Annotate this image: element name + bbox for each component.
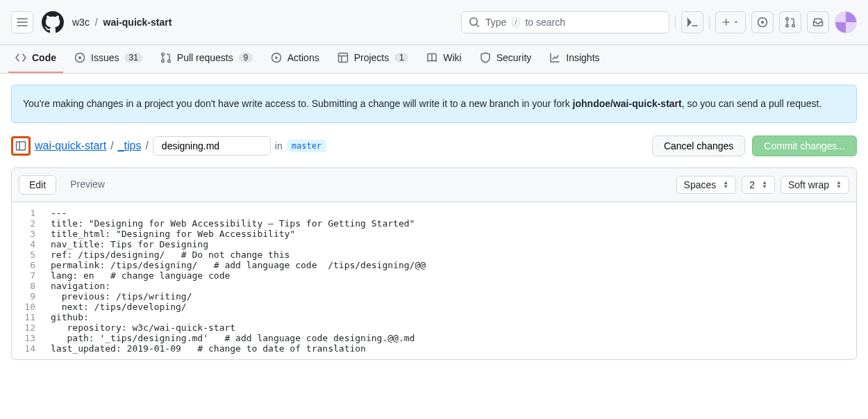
line-number: 12 [12,322,51,333]
user-avatar[interactable] [835,11,857,33]
line-text: navigation: [51,281,110,291]
code-line[interactable]: 12 repository: w3c/wai-quick-start [12,322,856,333]
tab-code[interactable]: Code [8,45,63,73]
line-number: 6 [12,260,51,270]
indent-value: Spaces [684,179,717,190]
notifications-button[interactable] [807,11,829,33]
svg-point-6 [78,56,81,59]
indent-size-value: 2 [749,179,755,190]
tab-insights[interactable]: Insights [542,45,606,73]
code-line[interactable]: 4nav_title: Tips for Designing [12,239,856,249]
line-number: 14 [12,343,51,354]
line-text: previous: /tips/writing/ [51,291,192,302]
pr-icon [785,17,796,28]
wrap-value: Soft wrap [788,179,829,190]
github-logo-icon [42,11,64,33]
alert-after: , so you can send a pull request. [682,98,822,109]
search-box[interactable]: Type / to search [461,11,669,33]
line-text: next: /tips/developing/ [51,302,187,312]
code-editor[interactable]: 1---2title: "Designing for Web Accessibi… [12,202,856,359]
tab-security[interactable]: Security [473,45,539,73]
code-line[interactable]: 2title: "Designing for Web Accessibility… [12,218,856,229]
code-line[interactable]: 6permalink: /tips/designing/ # add langu… [12,260,856,270]
issue-icon [757,17,768,28]
line-text: title: "Designing for Web Accessibility … [51,218,415,229]
line-number: 2 [12,218,51,229]
github-logo[interactable] [42,11,64,33]
code-line[interactable]: 5ref: /tips/designing/ # Do not change t… [12,249,856,260]
code-line[interactable]: 14last_updated: 2019-01-09 # change to d… [12,343,856,354]
code-line[interactable]: 11github: [12,312,856,322]
commit-button[interactable]: Commit changes... [752,135,857,156]
caret-down-icon [733,19,740,26]
prs-count: 9 [239,53,253,63]
line-number: 9 [12,291,51,302]
line-number: 11 [12,312,51,322]
tab-preview[interactable]: Preview [60,175,115,195]
play-icon [271,52,282,63]
path-folder-link[interactable]: _tips [118,140,142,152]
line-number: 5 [12,249,51,260]
code-line[interactable]: 7lang: en # change language code [12,270,856,281]
code-line[interactable]: 10 next: /tips/developing/ [12,302,856,312]
hamburger-icon [17,17,28,28]
breadcrumb: w3c / wai-quick-start [72,17,172,28]
tab-edit[interactable]: Edit [19,175,56,195]
updown-icon: ▲▼ [723,181,728,189]
plus-icon [721,17,731,27]
line-number: 10 [12,302,51,312]
cancel-button[interactable]: Cancel changes [652,135,745,156]
book-icon [426,52,437,63]
line-text: --- [51,208,67,218]
code-line[interactable]: 13 path: '_tips/designing.md' # add lang… [12,333,856,343]
code-line[interactable]: 3title_html: "Designing for Web Accessib… [12,229,856,239]
search-key: / [512,17,519,27]
pr-icon [160,52,172,63]
wrap-select[interactable]: Soft wrap ▲▼ [781,176,849,194]
line-text: nav_title: Tips for Designing [51,239,208,249]
svg-point-2 [786,17,789,20]
search-icon [469,17,480,28]
in-text: in [275,140,283,151]
svg-rect-12 [17,142,26,150]
hamburger-menu[interactable] [11,11,33,33]
svg-point-7 [162,53,165,56]
tab-issues[interactable]: Issues 31 [67,45,149,73]
issue-icon [74,52,85,63]
tab-code-label: Code [32,52,56,63]
create-new-button[interactable] [715,11,746,33]
line-text: ref: /tips/designing/ # Do not change th… [51,249,290,260]
tab-actions[interactable]: Actions [264,45,326,73]
tab-wiki[interactable]: Wiki [419,45,468,73]
code-line[interactable]: 1--- [12,208,856,218]
updown-icon: ▲▼ [762,181,767,189]
tab-prs[interactable]: Pull requests 9 [153,45,260,73]
tab-prs-label: Pull requests [177,52,233,63]
updown-icon: ▲▼ [836,181,842,189]
indent-size-select[interactable]: 2 ▲▼ [742,176,775,194]
projects-icon [337,52,349,63]
tab-insights-label: Insights [566,52,599,63]
repo-link[interactable]: wai-quick-start [103,17,172,28]
path-repo-link[interactable]: wai-quick-start [35,140,106,152]
line-number: 7 [12,270,51,281]
svg-point-3 [786,24,789,27]
code-line[interactable]: 9 previous: /tips/writing/ [12,291,856,302]
path-sep: / [145,140,148,152]
indent-select[interactable]: Spaces ▲▼ [676,176,737,194]
command-palette-button[interactable] [681,11,703,33]
breadcrumb-sep: / [95,17,98,28]
line-text: title_html: "Designing for Web Accessibi… [51,229,295,239]
alert-before: You're making changes in a project you d… [23,98,573,109]
filename-input[interactable] [153,136,271,156]
issues-button[interactable] [751,11,774,33]
svg-point-1 [761,21,764,24]
pull-requests-button[interactable] [779,11,801,33]
owner-link[interactable]: w3c [72,17,90,28]
terminal-icon [687,17,698,28]
code-line[interactable]: 8navigation: [12,281,856,291]
divider [709,15,710,29]
tab-projects[interactable]: Projects 1 [331,45,416,73]
files-tree-toggle[interactable] [11,136,31,156]
tab-actions-label: Actions [287,52,319,63]
